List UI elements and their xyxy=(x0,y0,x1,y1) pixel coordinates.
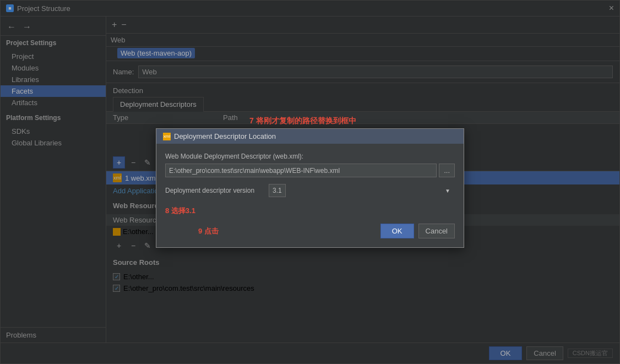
modal-wrapper: 7 将刚才复制的路径替换到框中 xml Deployment Descripto… xyxy=(156,116,464,248)
modal-input-row: ... xyxy=(165,164,455,177)
modal-version-select[interactable]: 3.1 3.0 2.5 xyxy=(269,184,286,197)
modal-version-row: Deployment descriptor version 3.1 3.0 2.… xyxy=(165,184,455,197)
step8-annotation: 8 选择3.1 xyxy=(165,206,455,216)
step7-annotation: 7 将刚才复制的路径替换到框中 xyxy=(249,116,356,126)
modal-ok-button[interactable]: OK xyxy=(380,224,414,238)
modal-browse-button[interactable]: ... xyxy=(439,164,455,177)
modal-title: Deployment Descriptor Location xyxy=(174,132,276,140)
modal-title-bar: xml Deployment Descriptor Location xyxy=(156,129,464,144)
modal-version-label: Deployment descriptor version xyxy=(165,187,264,194)
modal-footer: 9 点击 OK Cancel xyxy=(165,219,455,238)
modal-field-label: Web Module Deployment Descriptor (web.xm… xyxy=(165,153,455,160)
project-structure-window: ■ Project Structure × ← → Project Settin… xyxy=(0,0,620,364)
modal-path-input[interactable] xyxy=(165,164,437,177)
modal-cancel-button[interactable]: Cancel xyxy=(418,224,455,238)
step9-annotation: 9 点击 xyxy=(198,226,219,236)
modal-body: Web Module Deployment Descriptor (web.xm… xyxy=(156,144,464,247)
modal-overlay: 7 将刚才复制的路径替换到框中 xml Deployment Descripto… xyxy=(0,0,620,364)
modal-title-icon: xml xyxy=(163,133,171,140)
modal-dialog: xml Deployment Descriptor Location Web M… xyxy=(156,128,464,248)
modal-select-wrapper: 3.1 3.0 2.5 xyxy=(269,184,455,197)
modal-annotation-row: 7 将刚才复制的路径替换到框中 xyxy=(156,116,356,126)
step9-annotation-container: 9 点击 xyxy=(165,224,376,238)
